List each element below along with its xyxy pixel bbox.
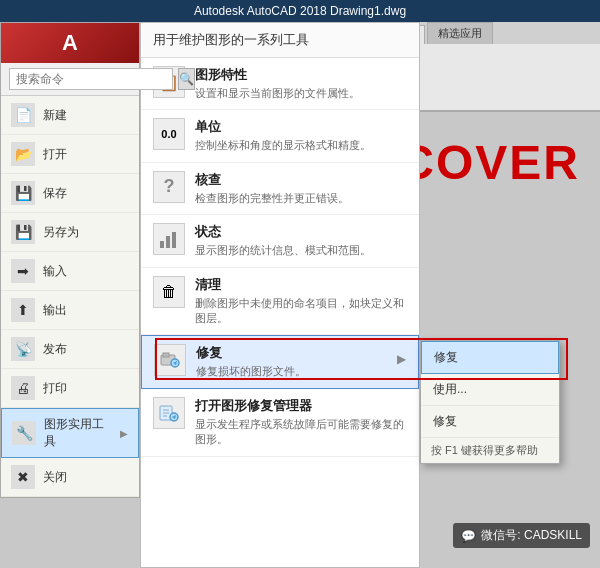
- menu-item-close[interactable]: ✖ 关闭: [1, 458, 139, 497]
- tool-drm-name: 打开图形修复管理器: [195, 397, 407, 415]
- publish-icon: 📡: [11, 337, 35, 361]
- wechat-watermark: 💬 微信号: CADSKILL: [453, 523, 590, 548]
- tool-drawing-recovery-manager[interactable]: 打开图形修复管理器 显示发生程序或系统故障后可能需要修复的图形。: [141, 389, 419, 457]
- tool-status-text: 状态 显示图形的统计信息、模式和范围。: [195, 223, 407, 258]
- save-icon: 💾: [11, 181, 35, 205]
- menu-label-open: 打开: [43, 146, 67, 163]
- menu-item-import[interactable]: ➡ 输入: [1, 252, 139, 291]
- menu-label-utilities: 图形实用工具: [44, 416, 112, 450]
- tool-recover[interactable]: 修复 修复损坏的图形文件。 ▶: [141, 335, 419, 388]
- menu-item-saveas[interactable]: 💾 另存为: [1, 213, 139, 252]
- tool-recover-text: 修复 修复损坏的图形文件。: [196, 344, 387, 379]
- tool-audit-name: 核查: [195, 171, 407, 189]
- menu-item-export[interactable]: ⬆ 输出: [1, 291, 139, 330]
- menu-item-publish[interactable]: 📡 发布: [1, 330, 139, 369]
- audit-icon: ?: [153, 171, 185, 203]
- submenu-popup: 修复 使用... 修复 按 F1 键获得更多帮助: [420, 340, 560, 464]
- search-button[interactable]: 🔍: [178, 68, 195, 90]
- tool-purge[interactable]: 🗑 清理 删除图形中未使用的命名项目，如块定义和图层。: [141, 268, 419, 336]
- menu-label-print: 打印: [43, 380, 67, 397]
- tool-purge-name: 清理: [195, 276, 407, 294]
- menu-item-utilities[interactable]: 🔧 图形实用工具 ▶: [1, 408, 139, 458]
- menu-item-open[interactable]: 📂 打开: [1, 135, 139, 174]
- menu-label-import: 输入: [43, 263, 67, 280]
- tool-drm-desc: 显示发生程序或系统故障后可能需要修复的图形。: [195, 417, 407, 448]
- search-input[interactable]: [9, 68, 173, 90]
- tool-audit-text: 核查 检查图形的完整性并更正错误。: [195, 171, 407, 206]
- tool-drm-text: 打开图形修复管理器 显示发生程序或系统故障后可能需要修复的图形。: [195, 397, 407, 448]
- utilities-arrow-icon: ▶: [120, 428, 128, 439]
- menu-label-close: 关闭: [43, 469, 67, 486]
- drawing-recovery-icon: [153, 397, 185, 429]
- tool-units-name: 单位: [195, 118, 407, 136]
- close-icon: ✖: [11, 465, 35, 489]
- menu-label-export: 输出: [43, 302, 67, 319]
- wechat-icon: 💬: [461, 529, 476, 543]
- tab-featured[interactable]: 精选应用: [427, 22, 493, 44]
- new-icon: 📄: [11, 103, 35, 127]
- tool-audit-desc: 检查图形的完整性并更正错误。: [195, 191, 407, 206]
- purge-icon: 🗑: [153, 276, 185, 308]
- svg-rect-2: [172, 232, 176, 248]
- menu-label-saveas: 另存为: [43, 224, 79, 241]
- import-icon: ➡: [11, 259, 35, 283]
- tools-panel: 用于维护图形的一系列工具 📋 图形特性 设置和显示当前图形的文件属性。 0.0 …: [140, 22, 420, 568]
- svg-rect-4: [163, 353, 169, 357]
- export-icon: ⬆: [11, 298, 35, 322]
- open-icon: 📂: [11, 142, 35, 166]
- recover-arrow-icon: ▶: [397, 344, 406, 366]
- tool-recover-name: 修复: [196, 344, 387, 362]
- recover-icon: [154, 344, 186, 376]
- panel-header: 用于维护图形的一系列工具: [141, 23, 419, 58]
- submenu-item-recover[interactable]: 修复: [421, 341, 559, 374]
- tool-units-text: 单位 控制坐标和角度的显示格式和精度。: [195, 118, 407, 153]
- saveas-icon: 💾: [11, 220, 35, 244]
- title-text: Autodesk AutoCAD 2018 Drawing1.dwg: [194, 4, 406, 18]
- submenu-item-recover-with-xrefs[interactable]: 使用...: [421, 374, 559, 406]
- status-icon: [153, 223, 185, 255]
- submenu-item-recover2[interactable]: 修复: [421, 406, 559, 438]
- tool-recover-desc: 修复损坏的图形文件。: [196, 364, 387, 379]
- menu-label-save: 保存: [43, 185, 67, 202]
- tool-purge-text: 清理 删除图形中未使用的命名项目，如块定义和图层。: [195, 276, 407, 327]
- menu-item-print[interactable]: 🖨 打印: [1, 369, 139, 408]
- menu-label-publish: 发布: [43, 341, 67, 358]
- tool-audit[interactable]: ? 核查 检查图形的完整性并更正错误。: [141, 163, 419, 215]
- app-logo[interactable]: A: [1, 23, 139, 63]
- wechat-text: 微信号: CADSKILL: [481, 527, 582, 544]
- svg-rect-0: [160, 241, 164, 248]
- tool-properties-text: 图形特性 设置和显示当前图形的文件属性。: [195, 66, 407, 101]
- tool-properties-name: 图形特性: [195, 66, 407, 84]
- search-bar: 🔍: [1, 63, 139, 96]
- menu-label-new: 新建: [43, 107, 67, 124]
- help-text: 按 F1 键获得更多帮助: [421, 438, 559, 463]
- tool-status-name: 状态: [195, 223, 407, 241]
- app-menu: A 🔍 📄 新建 📂 打开 💾 保存 💾 另存为 ➡ 输入 ⬆ 输出 📡 发布 …: [0, 22, 140, 498]
- units-icon: 0.0: [153, 118, 185, 150]
- tool-status-desc: 显示图形的统计信息、模式和范围。: [195, 243, 407, 258]
- print-icon: 🖨: [11, 376, 35, 400]
- tool-units[interactable]: 0.0 单位 控制坐标和角度的显示格式和精度。: [141, 110, 419, 162]
- utilities-icon: 🔧: [12, 421, 36, 445]
- menu-item-new[interactable]: 📄 新建: [1, 96, 139, 135]
- title-bar: Autodesk AutoCAD 2018 Drawing1.dwg: [0, 0, 600, 22]
- tool-purge-desc: 删除图形中未使用的命名项目，如块定义和图层。: [195, 296, 407, 327]
- svg-rect-1: [166, 236, 170, 248]
- tool-properties-desc: 设置和显示当前图形的文件属性。: [195, 86, 407, 101]
- menu-item-save[interactable]: 💾 保存: [1, 174, 139, 213]
- tool-units-desc: 控制坐标和角度的显示格式和精度。: [195, 138, 407, 153]
- tool-status[interactable]: 状态 显示图形的统计信息、模式和范围。: [141, 215, 419, 267]
